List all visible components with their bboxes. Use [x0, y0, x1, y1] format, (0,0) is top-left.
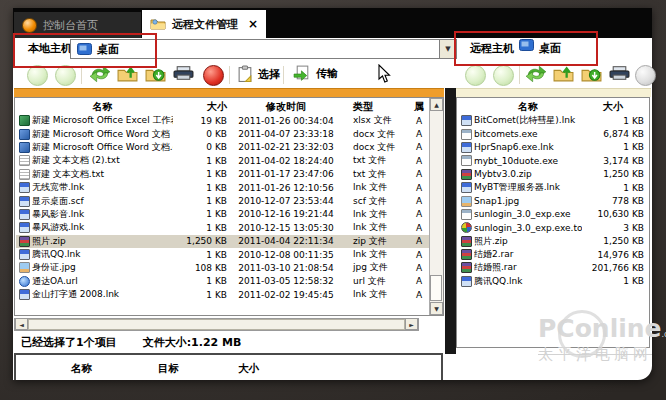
file-modified: 2011-03-05 12:58:32 — [227, 276, 345, 286]
file-name: 显示桌面.scf — [32, 195, 173, 208]
file-attr: A — [409, 116, 429, 126]
file-row[interactable]: Snap1.jpg778 KB — [458, 194, 648, 207]
file-row[interactable]: HprSnap6.exe.lnk1 KB — [458, 141, 648, 154]
file-row[interactable]: MyBT管理服务器.lnk1 KB — [458, 181, 648, 194]
scroll-left-icon[interactable]: ◄ — [15, 318, 28, 330]
tab-remote-file-manager[interactable]: 远程文件管理 × — [142, 10, 266, 38]
file-row[interactable]: 新建 Microsoft Office Word 文档 (2).docx0 KB… — [16, 127, 429, 140]
back-button[interactable] — [27, 65, 48, 86]
file-row[interactable]: 新建 文本文档 (2).txt1 KB2011-04-02 18:24:40tx… — [16, 154, 429, 167]
remote-download-button[interactable] — [581, 65, 602, 82]
file-row[interactable]: BitComet(比特彗星).lnk1 KB — [458, 114, 648, 127]
remote-host-label: 远程主机 — [470, 41, 514, 56]
tab-label: 远程文件管理 — [172, 17, 238, 32]
scrollbar-thumb[interactable] — [28, 319, 405, 330]
scroll-down-icon[interactable]: ▼ — [430, 302, 443, 315]
print-button[interactable] — [173, 65, 194, 81]
delete-button[interactable] — [203, 65, 224, 86]
file-row[interactable]: 腾讯QQ.lnk1 KB2010-12-08 00:11:35lnk 文件A — [16, 248, 429, 261]
file-type: xlsx 文件 — [345, 114, 409, 127]
scrollbar-thumb[interactable] — [430, 275, 442, 301]
file-row[interactable]: 通达OA.url1 KB2011-03-05 12:58:32url 文件A — [16, 275, 429, 288]
file-modified: 2011-04-07 23:33:18 — [227, 129, 345, 139]
file-modified: 2011-02-21 23:32:03 — [227, 142, 345, 152]
transfer-button[interactable]: 传输 — [293, 65, 338, 82]
tab-label: 控制台首页 — [43, 18, 98, 33]
back-icon — [465, 65, 486, 86]
delete-icon — [203, 65, 224, 86]
archive-icon — [461, 249, 472, 260]
file-row[interactable]: Mybtv3.0.zip1,250 KB — [458, 168, 648, 181]
remote-back-button[interactable] — [465, 65, 486, 86]
file-name: 新建 Microsoft Office Word 文档.docx — [32, 141, 173, 154]
column-header-name[interactable]: 名称 — [474, 100, 582, 114]
file-size: 1 KB — [582, 142, 648, 152]
folder-up-button[interactable] — [117, 65, 138, 82]
file-modified: 2011-04-02 18:24:40 — [227, 156, 345, 166]
file-row[interactable]: 暴风游戏.lnk1 KB2010-12-15 13:05:30lnk 文件A — [16, 221, 429, 234]
refresh-button[interactable] — [89, 65, 111, 83]
file-row[interactable]: 无线宽带.lnk1 KB2011-01-26 12:10:56lnk 文件A — [16, 181, 429, 194]
file-row[interactable]: 金山打字通 2008.lnk1 KB2011-02-02 19:45:45lnk… — [16, 288, 429, 301]
file-name: sunlogin_3.0_exp.exe.torrent — [474, 223, 582, 233]
file-name: 新建 Microsoft Office Excel 工作表.xlsx — [32, 114, 173, 127]
local-location-combobox[interactable]: 桌面 ▼ — [70, 39, 457, 59]
remote-refresh-button[interactable] — [525, 65, 547, 83]
file-type: lnk 文件 — [345, 248, 409, 261]
column-header-size[interactable]: 大小 — [173, 100, 227, 114]
file-row[interactable]: 照片.zip1,250 KB2011-04-04 22:11:34zip 文件A — [16, 235, 429, 248]
file-row[interactable]: sunlogin_3.0_exp.exe.torrent3 KB — [458, 221, 648, 234]
select-button[interactable]: 选择 — [237, 65, 280, 83]
file-modified: 2010-12-08 00:11:35 — [227, 250, 345, 260]
file-type: jpg 文件 — [345, 261, 409, 274]
file-row[interactable]: 照片.zip1,250 KB — [458, 235, 648, 248]
file-row[interactable]: sunlogin_3.0_exp.exe10,630 KB — [458, 208, 648, 221]
file-row[interactable]: 结婚照.rar201,766 KB — [458, 261, 648, 274]
file-icon-cell — [16, 142, 32, 153]
file-icon-cell — [16, 209, 32, 220]
close-tab-icon[interactable]: × — [248, 17, 258, 31]
column-header-type[interactable]: 类型 — [345, 100, 409, 114]
file-row[interactable]: mybt_10duote.exe3,174 KB — [458, 154, 648, 167]
file-name: 暴风游戏.lnk — [32, 221, 173, 234]
file-row[interactable]: 新建 Microsoft Office Word 文档.docx0 KB2011… — [16, 141, 429, 154]
local-host-label: 本地主机 — [28, 41, 72, 56]
panel-splitter[interactable] — [445, 88, 456, 354]
file-row[interactable]: 身份证.jpg108 KB2011-03-10 21:08:54jpg 文件A — [16, 261, 429, 274]
file-icon-cell — [16, 196, 32, 207]
file-attr: A — [409, 290, 429, 300]
file-attr: A — [409, 196, 429, 206]
file-row[interactable]: bitcomets.exe6,874 KB — [458, 127, 648, 140]
column-header-modified[interactable]: 修改时间 — [227, 100, 345, 114]
file-modified: 2011-01-26 00:34:04 — [227, 116, 345, 126]
file-attr: A — [409, 209, 429, 219]
image-icon — [461, 196, 472, 207]
scroll-up-icon[interactable]: ▲ — [430, 98, 443, 111]
tab-console-home[interactable]: 控制台首页 — [14, 12, 141, 38]
remote-folder-up-button[interactable] — [553, 65, 574, 82]
exe-icon — [461, 155, 472, 166]
remote-forward-button[interactable] — [493, 65, 514, 86]
file-icon-cell — [458, 129, 474, 140]
file-row[interactable]: 结婚2.rar14,976 KB — [458, 248, 648, 261]
column-header-name[interactable]: 名称 — [32, 100, 173, 114]
column-header-size[interactable]: 大小 — [582, 100, 648, 114]
combo-dropdown-arrow-icon[interactable]: ▼ — [439, 40, 456, 58]
download-to-folder-button[interactable] — [145, 65, 166, 82]
file-row[interactable]: 暴风影音.lnk1 KB2010-12-16 19:21:44lnk 文件A — [16, 208, 429, 221]
remote-print-button[interactable] — [609, 65, 630, 81]
file-row[interactable]: 腾讯QQ.lnk1 KB — [458, 275, 648, 288]
scroll-right-icon[interactable]: ► — [405, 318, 418, 330]
file-row[interactable]: 新建 文本文档.txt1 KB2011-01-17 23:47:06txt 文件… — [16, 168, 429, 181]
horizontal-scrollbar[interactable]: ◄ ► — [14, 318, 419, 331]
shortcut-icon — [19, 182, 30, 193]
vertical-scrollbar[interactable]: ▲ ▼ — [429, 98, 443, 315]
file-row[interactable]: 新建 Microsoft Office Excel 工作表.xlsx19 KB2… — [16, 114, 429, 127]
file-type: lnk 文件 — [345, 181, 409, 194]
column-header-attr[interactable]: 属 — [409, 100, 429, 114]
forward-button[interactable] — [55, 65, 76, 86]
remote-delete-button-disabled[interactable] — [635, 65, 656, 86]
file-size: 1 KB — [173, 223, 227, 233]
file-row[interactable]: 显示桌面.scf1 KB2010-12-07 23:53:44scf 文件A — [16, 194, 429, 207]
transfer-icon — [293, 65, 312, 82]
